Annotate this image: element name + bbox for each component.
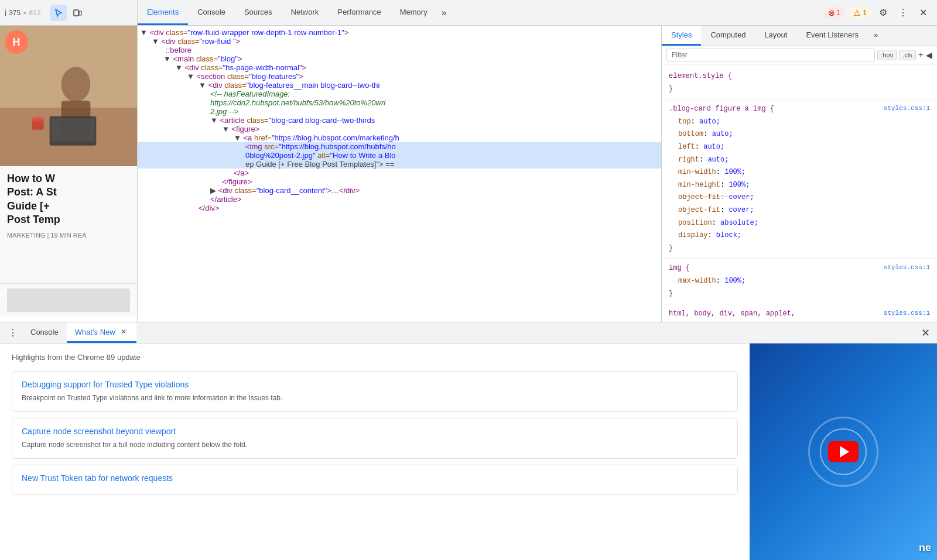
settings-button[interactable]: ⚙ [875, 5, 891, 21]
page-preview: H [0, 26, 137, 283]
svg-rect-1 [79, 11, 81, 15]
tab-memory[interactable]: Memory [391, 0, 437, 25]
bottom-tab-console[interactable]: Console [22, 322, 67, 343]
html-line[interactable]: ▼ <article class="blog-card blog-card--t… [138, 116, 661, 125]
feature-card-2[interactable]: New Trust Token tab for network requests [12, 465, 738, 495]
tool-icons [50, 5, 86, 21]
html-line[interactable]: </a> [138, 169, 661, 177]
filter-cls-button[interactable]: .cls [899, 50, 916, 60]
tab-close-icon[interactable]: × [23, 9, 26, 16]
tab-styles[interactable]: Styles [662, 26, 701, 46]
html-line[interactable]: ▼ <div class="row-fluid "> [138, 37, 661, 46]
css-prop-line: max-width: 100%; [669, 275, 930, 288]
html-line[interactable]: ▼ <main class="blog"> [138, 54, 661, 63]
css-prop-line: bottom: auto; [669, 128, 930, 141]
tab-indicator: i 375 × 812 [5, 8, 41, 18]
tab-elements[interactable]: Elements [138, 0, 188, 25]
warn-count: 1 [863, 9, 867, 17]
html-line[interactable]: ▶ <div class="blog-card__content">…</div… [138, 186, 661, 195]
css-prop-line: left: auto; [669, 141, 930, 154]
css-prop-line: right: auto; [669, 154, 930, 167]
html-line-selected[interactable]: 0blog%20post-2.jpg" alt="How to Write a … [138, 151, 661, 160]
tab-performance[interactable]: Performance [328, 0, 390, 25]
topbar-left: i 375 × 812 [0, 0, 138, 25]
html-line[interactable]: https://cdn2.hubspot.net/hubfs/53/how%20… [138, 98, 661, 107]
error-badge: ⊗ 1 [823, 7, 846, 19]
html-line[interactable]: ▼ <div class="hs-page-width-normal"> [138, 63, 661, 72]
css-block-element-style: element.style { } [662, 67, 937, 99]
devtools-topbar: i 375 × 812 Elements Console [0, 0, 937, 26]
whats-new-video: ne [750, 343, 937, 560]
collapse-arrow[interactable]: ▼ [138, 133, 241, 142]
html-line[interactable]: 2.jpg --> [138, 107, 661, 116]
html-line[interactable]: </div> [138, 204, 661, 212]
css-source-link[interactable]: styles.css:1 [884, 308, 930, 319]
tab-layout[interactable]: Layout [755, 26, 796, 46]
css-close-brace: } [669, 290, 673, 298]
close-bottom-panel-button[interactable]: ✕ [917, 325, 933, 341]
feature-card-1[interactable]: Capture node screenshot beyond viewport … [12, 418, 738, 459]
collapse-arrow[interactable]: ▼ [138, 116, 218, 125]
feature-desc-1: Capture node screenshot for a full node … [22, 439, 728, 450]
feature-desc-0: Breakpoint on Trusted Type violations an… [22, 393, 728, 403]
html-line[interactable]: <!-- hasFeaturedImage: [138, 90, 661, 98]
html-line-selected[interactable]: <img src="https://blog.hubspot.com/hubfs… [138, 142, 661, 151]
html-line-selected[interactable]: ep Guide [+ Free Blog Post Templates]"> … [138, 160, 661, 169]
youtube-play-button[interactable] [828, 441, 859, 462]
page-second-image [7, 288, 130, 312]
css-source-link[interactable]: styles.css:1 [884, 262, 930, 274]
youtube-thumbnail[interactable]: ne [750, 343, 937, 560]
settings-icon: ⚙ [879, 7, 887, 18]
html-line[interactable]: ▼ <div class="row-fluid-wrapper row-dept… [138, 28, 661, 37]
html-line[interactable]: </article> [138, 195, 661, 204]
filter-input[interactable] [666, 49, 875, 61]
tab-computed[interactable]: Computed [701, 26, 755, 46]
play-triangle-icon [840, 446, 849, 458]
collapse-arrow[interactable]: ▼ [138, 81, 206, 90]
bottom-more-icon[interactable]: ⋮ [4, 327, 22, 338]
collapse-arrow[interactable]: ▼ [138, 54, 171, 63]
html-line[interactable]: ::before [138, 46, 661, 54]
filter-hov-button[interactable]: :hov [877, 50, 897, 60]
expand-arrow[interactable]: ▶ [138, 186, 216, 195]
tab-console[interactable]: Console [188, 0, 235, 25]
close-devtools-button[interactable]: ✕ [915, 5, 931, 21]
html-line[interactable]: ▼ <section class="blog-features"> [138, 72, 661, 81]
filter-bar: :hov .cls + ◀ [662, 46, 937, 64]
more-tabs-button[interactable]: » [437, 0, 452, 25]
tab-event-listeners[interactable]: Event Listeners [796, 26, 868, 46]
page-second-item [0, 283, 137, 317]
collapse-arrow[interactable]: ▼ [138, 72, 194, 81]
html-line[interactable]: ▼ <figure> [138, 125, 661, 133]
html-line[interactable]: ▼ <div class="blog-features__main blog-c… [138, 81, 661, 90]
css-selector: element.style { [669, 72, 732, 80]
css-close-brace: } [669, 244, 673, 252]
collapse-arrow[interactable]: ▼ [138, 63, 183, 72]
feature-card-0[interactable]: Debugging support for Trusted Type viola… [12, 371, 738, 412]
tab-sources[interactable]: Sources [235, 0, 282, 25]
styles-tabs: Styles Computed Layout Event Listeners » [662, 26, 937, 46]
tab-number: 375 [9, 9, 20, 17]
cursor-tool-button[interactable] [50, 5, 67, 21]
html-line[interactable]: </figure> [138, 177, 661, 186]
css-source-link[interactable]: styles.css:1 [884, 103, 930, 115]
more-options-button[interactable]: ⋮ [895, 5, 911, 21]
yt-inner-circle [820, 428, 867, 475]
tab-network[interactable]: Network [282, 0, 329, 25]
collapse-arrow[interactable]: ▼ [138, 37, 159, 46]
css-block-img: styles.css:1 img { max-width: 100%; } [662, 259, 937, 304]
device-tool-button[interactable] [69, 5, 86, 21]
page-title: How to WPost: A StGuide [+Post Temp [7, 172, 130, 227]
topbar-right: ⊗ 1 ⚠ 1 ⚙ ⋮ ✕ [818, 5, 937, 21]
collapse-arrow[interactable]: ▼ [138, 125, 230, 133]
collapse-arrow[interactable]: ▼ [138, 28, 148, 37]
filter-add-button[interactable]: + [918, 50, 924, 60]
feature-title-0: Debugging support for Trusted Type viola… [22, 380, 728, 389]
bottom-tab-close[interactable]: ✕ [119, 327, 128, 336]
whats-new-header: Highlights from the Chrome 89 update [12, 353, 738, 362]
html-line[interactable]: ▼ <a href="https://blog.hubspot.com/mark… [138, 133, 661, 142]
filter-arrow-button[interactable]: ◀ [926, 50, 932, 60]
page-text-content: How to WPost: A StGuide [+Post Temp MARK… [0, 166, 137, 245]
styles-more-tabs[interactable]: » [868, 26, 884, 46]
bottom-tab-whats-new[interactable]: What's New ✕ [67, 322, 136, 343]
